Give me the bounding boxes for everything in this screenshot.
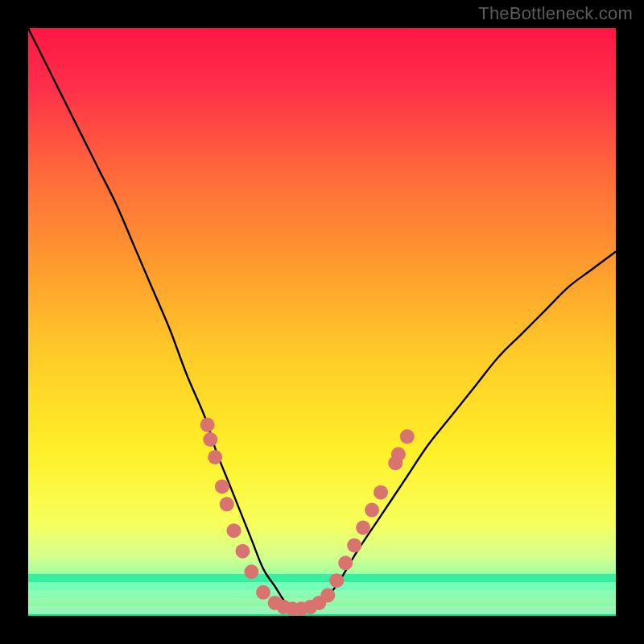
data-marker	[400, 429, 415, 444]
chart-overlay	[28, 28, 616, 616]
data-marker	[256, 585, 270, 600]
data-marker	[235, 544, 250, 559]
data-marker	[227, 523, 242, 538]
data-marker	[365, 503, 379, 518]
data-marker	[220, 497, 234, 511]
data-marker	[215, 479, 229, 493]
data-marker	[374, 485, 388, 500]
svg-rect-4	[28, 582, 616, 590]
data-marker	[244, 564, 258, 579]
data-marker	[356, 521, 370, 535]
plot-area	[28, 28, 616, 616]
data-marker	[200, 418, 215, 432]
data-marker	[347, 538, 361, 552]
bottleneck-curve	[28, 28, 616, 611]
data-marker	[338, 555, 353, 570]
chart-frame: TheBottleneck.com	[0, 0, 644, 644]
svg-rect-5	[28, 574, 616, 582]
watermark-text: TheBottleneck.com	[478, 3, 633, 24]
data-marker	[320, 588, 335, 602]
data-marker	[208, 450, 222, 464]
data-marker	[203, 432, 217, 447]
data-marker	[391, 447, 406, 461]
data-marker	[329, 573, 344, 588]
